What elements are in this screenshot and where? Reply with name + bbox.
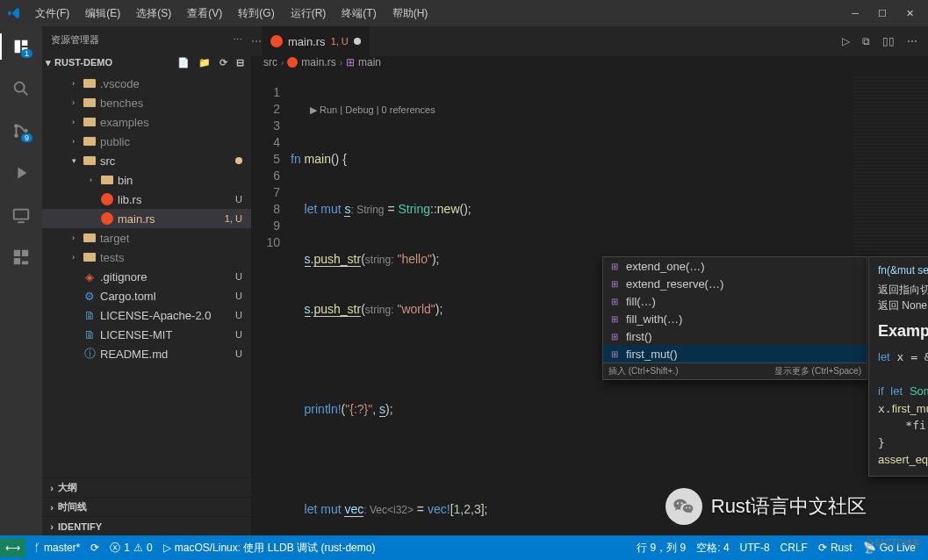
tree-item[interactable]: 🗎LICENSE-Apache-2.0U	[42, 305, 251, 325]
gutter: 12345 678910	[251, 68, 291, 560]
intellisense-popup: ⊞extend_one(…)⊞extend_reserve(…)⊞fill(…)…	[602, 256, 867, 380]
tree-item[interactable]: ›benches	[42, 93, 251, 112]
new-file-icon[interactable]: 📄	[177, 57, 190, 68]
new-folder-icon[interactable]: 📁	[198, 57, 211, 68]
tree-item[interactable]: ⓘREADME.mdU	[42, 344, 251, 363]
remote-button[interactable]: ⟷	[0, 538, 25, 557]
tree-item[interactable]: ›target	[42, 228, 251, 248]
tree-item[interactable]: ◈.gitignoreU	[42, 267, 251, 286]
problems-indicator[interactable]: ⓧ 1 ⚠ 0	[104, 541, 157, 556]
menu-item[interactable]: 转到(G)	[231, 3, 281, 25]
tree-item[interactable]: ›bin	[42, 170, 251, 190]
breadcrumb[interactable]: src› main.rs› ⊞ main	[251, 56, 928, 68]
tabs: ⋯ main.rs 1, U ▷ ⧉ ▯▯ ⋯	[251, 26, 928, 56]
remote-icon[interactable]	[8, 202, 34, 228]
intellisense-item[interactable]: ⊞first()	[603, 327, 867, 345]
search-icon[interactable]	[8, 75, 34, 102]
intellisense-item[interactable]: ⊞extend_one(…)	[603, 257, 867, 275]
scm-icon[interactable]: 9	[8, 118, 34, 144]
svg-point-3	[24, 129, 28, 133]
corner-watermark: © 51CTO博客	[867, 537, 921, 549]
menu-item[interactable]: 帮助(H)	[385, 3, 435, 25]
tree-item[interactable]: 🗎LICENSE-MITU	[42, 325, 251, 344]
rust-icon	[287, 57, 298, 68]
menu-item[interactable]: 编辑(E)	[78, 3, 127, 25]
modified-dot-icon	[354, 38, 361, 45]
menu-item[interactable]: 查看(V)	[180, 3, 229, 25]
timeline-section[interactable]: 时间线	[58, 500, 87, 513]
debug-icon[interactable]	[8, 160, 34, 186]
extensions-icon[interactable]	[8, 244, 34, 270]
tree-item[interactable]: main.rs1, U	[42, 209, 251, 228]
branch-indicator[interactable]: ᚶ master*	[29, 542, 85, 554]
identify-section[interactable]: IDENTIFY	[58, 521, 102, 532]
collapse-icon[interactable]: ⊟	[236, 57, 244, 68]
intellisense-item[interactable]: ⊞fill(…)	[603, 292, 867, 310]
outline-section[interactable]: 大纲	[58, 481, 77, 494]
tree-item[interactable]: ⚙Cargo.tomlU	[42, 286, 251, 305]
svg-point-2	[14, 133, 18, 138]
encoding-indicator[interactable]: UTF-8	[735, 541, 775, 556]
split-icon[interactable]: ▯▯	[882, 35, 895, 47]
tab-more-icon[interactable]: ⋯	[907, 35, 917, 47]
tree-item[interactable]: ›examples	[42, 112, 251, 132]
menu-item[interactable]: 文件(F)	[28, 3, 76, 25]
sidebar-title: 资源管理器	[51, 33, 99, 47]
tree-item[interactable]: lib.rsU	[42, 190, 251, 209]
intellisense-item[interactable]: ⊞first_mut()	[603, 345, 867, 363]
sync-button[interactable]: ⟳	[85, 542, 104, 554]
window-controls: ─ ☐ ✕	[852, 8, 921, 19]
indent-indicator[interactable]: 空格: 4	[691, 541, 734, 556]
debug-target[interactable]: ▷ macOS/Linux: 使用 LLDB 调试 (rust-demo)	[158, 541, 381, 556]
activity-bar: 1 9	[0, 26, 42, 535]
tree-item[interactable]: ›.vscode	[42, 74, 251, 93]
tree-item[interactable]: ›public	[42, 132, 251, 151]
svg-point-1	[14, 124, 18, 128]
minimize-icon[interactable]: ─	[852, 8, 859, 18]
project-name[interactable]: RUST-DEMO	[54, 57, 112, 68]
sidebar-more-icon[interactable]: ⋯	[233, 34, 242, 46]
rust-icon	[270, 35, 283, 47]
eol-indicator[interactable]: CRLF	[775, 541, 813, 556]
wechat-icon	[665, 488, 702, 525]
statusbar: ⟷ ᚶ master* ⟳ ⓧ 1 ⚠ 0 ▷ macOS/Linux: 使用 …	[0, 535, 928, 560]
menu-item[interactable]: 运行(R)	[284, 3, 334, 25]
close-icon[interactable]: ✕	[906, 8, 914, 19]
run-icon[interactable]: ▷	[842, 35, 850, 47]
vscode-icon	[7, 6, 21, 20]
doc-popup: fn(&mut self) -> Option<&mut T>× 返回指向切片第…	[868, 256, 928, 477]
menu-item[interactable]: 终端(T)	[335, 3, 383, 25]
intellisense-item[interactable]: ⊞fill_with(…)	[603, 310, 867, 327]
titlebar: 文件(F)编辑(E)选择(S)查看(V)转到(G)运行(R)终端(T)帮助(H)…	[0, 0, 928, 26]
compare-icon[interactable]: ⧉	[862, 35, 870, 47]
sidebar: 资源管理器 ⋯ ▾RUST-DEMO 📄 📁 ⟳ ⊟ ›.vscode›benc…	[42, 26, 251, 535]
lang-indicator[interactable]: ⟳ Rust	[813, 541, 858, 556]
menu-item[interactable]: 选择(S)	[129, 3, 178, 25]
refresh-icon[interactable]: ⟳	[219, 57, 227, 68]
tree-item[interactable]: ›tests	[42, 248, 251, 267]
tab-main-rs[interactable]: main.rs 1, U	[262, 26, 370, 56]
explorer-icon[interactable]: 1	[8, 33, 34, 60]
maximize-icon[interactable]: ☐	[878, 8, 887, 19]
svg-point-0	[15, 83, 25, 92]
codelens[interactable]: ▶ Run | Debug | 0 references	[291, 102, 928, 118]
intellisense-item[interactable]: ⊞extend_reserve(…)	[603, 275, 867, 292]
cursor-pos[interactable]: 行 9，列 9	[631, 541, 691, 556]
editor-area: ⋯ main.rs 1, U ▷ ⧉ ▯▯ ⋯ src› main.rs› ⊞ …	[251, 26, 928, 535]
menubar: 文件(F)编辑(E)选择(S)查看(V)转到(G)运行(R)终端(T)帮助(H)	[28, 3, 435, 25]
file-tree: ›.vscode›benches›examples›public▾src›bin…	[42, 72, 251, 477]
tree-item[interactable]: ▾src	[42, 151, 251, 170]
svg-rect-4	[14, 210, 29, 219]
watermark: Rust语言中文社区	[665, 488, 867, 525]
